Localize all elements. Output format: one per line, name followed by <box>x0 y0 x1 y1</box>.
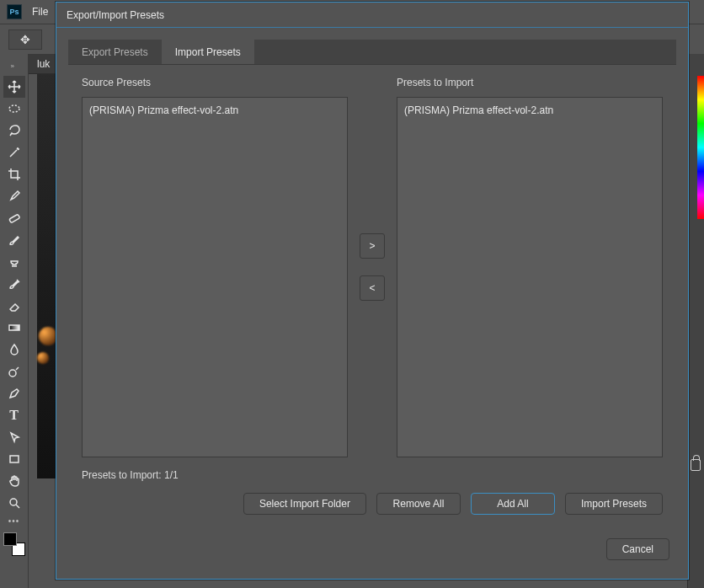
dialog-tabbar: Export Presets Import Presets <box>68 40 676 65</box>
export-import-presets-dialog: Export/Import Presets Export Presets Imp… <box>56 2 689 580</box>
path-selection-tool[interactable] <box>3 426 25 448</box>
move-tool[interactable] <box>3 76 25 98</box>
shape-tool[interactable] <box>3 448 25 470</box>
type-tool[interactable]: T <box>3 404 25 426</box>
dialog-footer: Cancel <box>56 538 688 579</box>
cancel-button[interactable]: Cancel <box>606 538 669 560</box>
foreground-color-swatch[interactable] <box>3 532 17 546</box>
toolbox: » T••• <box>0 54 29 588</box>
import-presets-button[interactable]: Import Presets <box>565 493 663 515</box>
dialog-title: Export/Import Presets <box>56 3 688 28</box>
source-presets-column: Source Presets (PRISMA) Prizma effect-vo… <box>82 77 348 457</box>
move-icon: ✥ <box>20 33 30 46</box>
brush-tool[interactable] <box>3 229 25 251</box>
move-right-button[interactable]: > <box>360 233 385 259</box>
history-brush-tool[interactable] <box>3 273 25 295</box>
tab-export-presets[interactable]: Export Presets <box>68 40 162 64</box>
import-count-status: Presets to Import: 1/1 <box>82 469 663 481</box>
tool-preset-dropdown[interactable]: ✥ <box>8 29 42 50</box>
hand-tool[interactable] <box>3 470 25 492</box>
svg-rect-6 <box>9 325 19 330</box>
source-presets-listbox[interactable]: (PRISMA) Prizma effect-vol-2.atn <box>82 97 348 457</box>
document-tab[interactable]: luk <box>29 54 59 73</box>
presets-to-import-listbox[interactable]: (PRISMA) Prizma effect-vol-2.atn <box>397 97 663 457</box>
menu-file[interactable]: File <box>25 0 55 24</box>
list-item[interactable]: (PRISMA) Prizma effect-vol-2.atn <box>89 103 340 118</box>
gradient-tool[interactable] <box>3 317 25 339</box>
source-presets-label: Source Presets <box>82 77 348 88</box>
pen-tool[interactable] <box>3 382 25 404</box>
presets-to-import-column: Presets to Import (PRISMA) Prizma effect… <box>397 77 663 457</box>
panel-button-row: Select Import Folder Remove All Add All … <box>82 493 663 515</box>
eyedropper-tool[interactable] <box>3 185 25 207</box>
zoom-tool[interactable] <box>3 492 25 514</box>
lock-icon <box>691 459 701 471</box>
presets-to-import-label: Presets to Import <box>397 77 663 88</box>
marquee-tool[interactable] <box>3 98 25 120</box>
healing-brush-tool[interactable] <box>3 207 25 229</box>
color-hue-strip[interactable] <box>697 76 704 219</box>
dodge-tool[interactable] <box>3 361 25 382</box>
move-left-button[interactable]: < <box>360 275 385 301</box>
list-item[interactable]: (PRISMA) Prizma effect-vol-2.atn <box>404 103 655 118</box>
crop-tool[interactable] <box>3 163 25 185</box>
remove-all-button[interactable]: Remove All <box>376 493 461 515</box>
select-import-folder-button[interactable]: Select Import Folder <box>243 493 366 515</box>
eraser-tool[interactable] <box>3 295 25 317</box>
tab-import-presets[interactable]: Import Presets <box>162 40 254 64</box>
toolbox-flyout-icon[interactable]: » <box>9 62 19 71</box>
stamp-tool[interactable] <box>3 251 25 273</box>
add-all-button[interactable]: Add All <box>471 493 555 515</box>
magic-wand-tool[interactable] <box>3 142 25 163</box>
transfer-buttons: > < <box>360 77 385 457</box>
lasso-tool[interactable] <box>3 120 25 142</box>
app-logo: Ps <box>7 4 22 19</box>
foreground-background-swatches[interactable] <box>3 532 25 556</box>
blur-tool[interactable] <box>3 339 25 361</box>
toolbox-overflow-icon[interactable]: ••• <box>8 514 20 529</box>
import-presets-panel: Source Presets (PRISMA) Prizma effect-vo… <box>68 65 676 527</box>
